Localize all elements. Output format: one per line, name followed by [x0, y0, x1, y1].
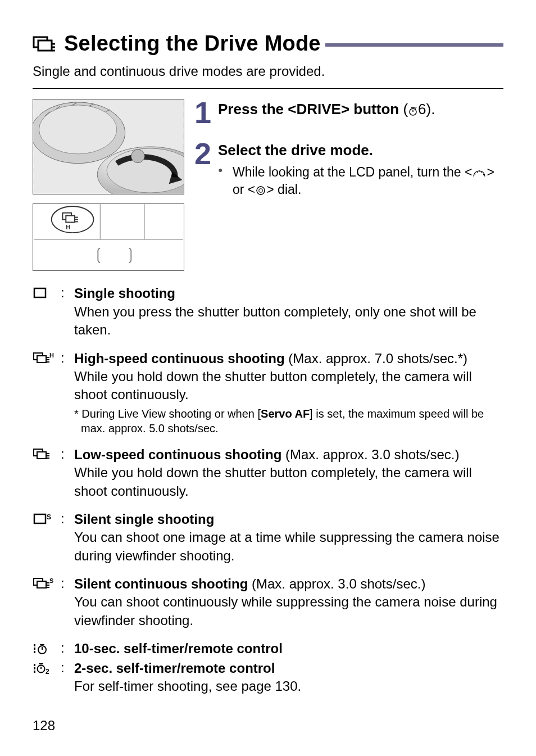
mode-desc: You can shoot one image at a time while …	[74, 528, 503, 565]
step-1: 1 Press the <DRIVE> button (6).	[194, 99, 503, 126]
svg-rect-1	[38, 40, 52, 51]
svg-rect-51	[37, 452, 46, 459]
title-divider-bar	[325, 43, 503, 47]
section-divider	[33, 88, 503, 89]
svg-line-33	[477, 171, 478, 173]
svg-point-16	[131, 150, 145, 163]
svg-rect-55	[34, 514, 46, 523]
step1-pre: Press the <	[218, 101, 296, 117]
mode-label: Single shooting	[74, 286, 175, 301]
svg-rect-17	[34, 205, 183, 270]
svg-text:H: H	[66, 224, 70, 231]
mode-desc: You can shoot continuously while suppres…	[74, 593, 503, 630]
svg-text:2: 2	[46, 668, 49, 675]
step-2-bullet: While looking at the LCD panel, turn the…	[218, 164, 503, 198]
mode-label: Silent continuous shooting	[74, 576, 248, 591]
step1-paren-close: ).	[426, 101, 435, 117]
colon: :	[61, 284, 69, 339]
drive-button-label: DRIVE	[296, 101, 340, 117]
mode-high-speed: H : High-speed continuous shooting (Max.…	[33, 350, 503, 436]
mode-label: 10-sec. self-timer/remote control	[74, 641, 283, 656]
mode-paren: (Max. approx. 3.0 shots/sec.)	[248, 576, 425, 591]
svg-line-36	[483, 174, 484, 175]
mode-label: High-speed continuous shooting	[74, 351, 285, 366]
silent-continuous-icon: S	[33, 575, 55, 630]
mode-single: : Single shooting When you press the shu…	[33, 284, 503, 339]
quick-control-dial-icon	[255, 185, 266, 196]
svg-rect-64	[34, 648, 35, 650]
svg-rect-69	[34, 664, 35, 666]
mode-label: Silent single shooting	[74, 511, 214, 527]
svg-text:S: S	[47, 513, 51, 521]
mode-silent-single: S : Silent single shooting You can shoot…	[33, 510, 503, 565]
mode-self-timer-2: 2 : 2-sec. self-timer/remote control For…	[33, 659, 503, 696]
mode-desc: While you hold down the shutter button c…	[74, 368, 503, 404]
step1-paren-open: (	[399, 101, 408, 117]
mode-paren: (Max. approx. 3.0 shots/sec.)	[281, 447, 459, 462]
svg-point-37	[257, 187, 265, 194]
svg-rect-45	[37, 356, 46, 363]
colon: :	[61, 659, 69, 696]
svg-rect-23	[66, 216, 75, 223]
footnote-bold: Servo AF	[261, 408, 310, 420]
step-number: 1	[194, 99, 215, 126]
step-number: 2	[194, 140, 215, 198]
steps-column: 1 Press the <DRIVE> button (6). 2 Select…	[194, 99, 503, 271]
step-1-heading: Press the <DRIVE> button (6).	[218, 100, 503, 119]
svg-point-9	[39, 105, 116, 154]
svg-rect-63	[34, 644, 35, 646]
mode-footnote: * During Live View shooting or when [Ser…	[74, 406, 503, 436]
timer-seconds: 6	[418, 101, 426, 117]
low-speed-continuous-icon	[33, 446, 55, 500]
single-shooting-icon	[33, 284, 55, 339]
self-timer-10-icon	[33, 640, 55, 658]
camera-dial-illustration	[33, 99, 184, 194]
colon: :	[61, 640, 69, 658]
colon: :	[61, 575, 69, 630]
mode-low-speed: : Low-speed continuous shooting (Max. ap…	[33, 446, 503, 500]
illustration-column: H	[33, 99, 184, 271]
mode-self-timer-10: : 10-sec. self-timer/remote control	[33, 640, 503, 658]
page-title: Selecting the Drive Mode	[64, 31, 321, 56]
svg-line-35	[481, 171, 482, 173]
svg-rect-70	[34, 667, 35, 669]
colon: :	[61, 446, 69, 500]
step1-post: > button	[341, 101, 399, 117]
mode-paren: (Max. approx. 7.0 shots/sec.*)	[285, 351, 467, 366]
mode-silent-continuous: S : Silent continuous shooting (Max. app…	[33, 575, 503, 630]
svg-text:S: S	[49, 577, 53, 584]
self-timer-2-icon: 2	[33, 659, 55, 696]
high-speed-continuous-icon: H	[33, 350, 55, 436]
intro-text: Single and continuous drive modes are pr…	[33, 62, 503, 80]
colon: :	[61, 510, 69, 565]
lcd-panel-illustration: H	[33, 203, 184, 271]
mode-desc: When you press the shutter button comple…	[74, 303, 503, 339]
svg-rect-58	[37, 581, 46, 588]
svg-line-31	[415, 107, 416, 108]
svg-rect-65	[34, 651, 35, 653]
drive-mode-icon	[33, 34, 56, 54]
steps-row: H 1 Press the <DRIVE> button (6). 2	[33, 99, 503, 271]
drive-modes-list: : Single shooting When you press the shu…	[33, 284, 503, 695]
svg-point-38	[259, 189, 262, 192]
page-heading-row: Selecting the Drive Mode	[33, 31, 503, 56]
main-dial-icon	[472, 169, 487, 179]
mode-label: 2-sec. self-timer/remote control	[74, 660, 275, 676]
silent-single-icon: S	[33, 510, 55, 565]
mode-desc: While you hold down the shutter button c…	[74, 464, 503, 500]
bullet-post: > dial.	[266, 182, 301, 197]
mode-label: Low-speed continuous shooting	[74, 447, 281, 462]
footnote-pre: * During Live View shooting or when [	[74, 408, 261, 420]
page-number: 128	[33, 718, 55, 734]
timer-icon	[408, 105, 418, 116]
svg-rect-43	[34, 288, 46, 297]
svg-text:H: H	[49, 352, 54, 359]
step-2: 2 Select the drive mode. While looking a…	[194, 140, 503, 198]
colon: :	[61, 350, 69, 436]
step-2-heading: Select the drive mode.	[218, 141, 503, 160]
svg-rect-71	[34, 671, 35, 673]
svg-line-32	[475, 174, 475, 175]
mode-desc: For self-timer shooting, see page 130.	[74, 677, 503, 695]
bullet-pre: While looking at the LCD panel, turn the…	[233, 165, 472, 179]
